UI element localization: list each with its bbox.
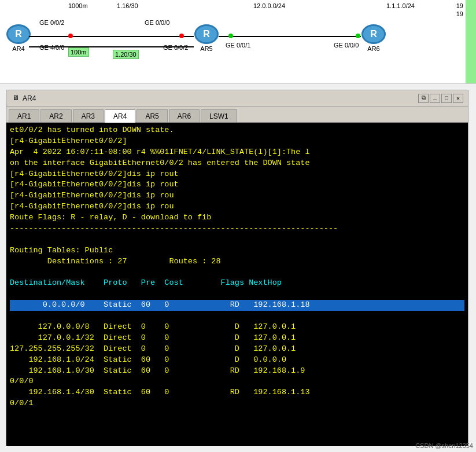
green-box-100m: 100m	[68, 47, 89, 57]
dot-green-1	[228, 34, 233, 38]
router-ar5-icon: R	[194, 24, 219, 44]
dot-green-2	[356, 34, 360, 38]
router-ar4: R AR4	[5, 24, 32, 52]
minimize-button[interactable]: _	[430, 94, 440, 103]
router-ar6-icon: R	[361, 24, 386, 44]
line-4: on the interface GigabitEthernet0/0/2 ha…	[10, 159, 309, 167]
line-route-192-30b-if: 0/0/1	[10, 399, 34, 407]
line-11: Routing Tables: Public	[10, 246, 113, 255]
line-route-default: 0.0.0.0/0 Static 60 0 RD 192.168.1.18	[10, 300, 464, 311]
line-route-127-0: 127.0.0.0/8 Direct 0 0 D 127.0.0.1	[10, 322, 296, 331]
line-ar5-ar6	[219, 36, 361, 37]
line-6: [r4-GigabitEthernet0/0/2]dis ip rout	[10, 180, 179, 189]
network-diagram: 1000m 1.16/30 12.0.0.0/24 1.1.1.0/24 19 …	[0, 0, 476, 84]
line-8: [r4-GigabitEthernet0/0/2]dis ip rou	[10, 202, 174, 211]
line-10: ----------------------------------------…	[10, 224, 338, 233]
terminal-tabs: AR1 AR2 AR3 AR4 AR5 AR6 LSW1	[6, 106, 468, 123]
tab-ar1[interactable]: AR1	[9, 109, 39, 122]
watermark: CSDN @shen12354	[415, 442, 473, 449]
router-ar4-label: AR4	[12, 45, 24, 52]
line-route-192-30b: 192.168.1.4/30 Static 60 0 RD 192.168.1.…	[10, 388, 309, 396]
label-12-network: 12.0.0.0/24	[253, 2, 285, 9]
tab-lsw1[interactable]: LSW1	[201, 109, 237, 122]
router-ar4-icon: R	[6, 24, 31, 44]
label-ge000-ar6: GE 0/0/0	[334, 42, 359, 49]
line-route-192-30a-if: 0/0/0	[10, 377, 34, 385]
label-ge001-ar5: GE 0/0/1	[226, 42, 250, 49]
maximize-button[interactable]: □	[441, 94, 452, 103]
tab-ar5[interactable]: AR5	[136, 109, 167, 122]
close-button[interactable]: ✕	[453, 94, 463, 103]
tab-ar3[interactable]: AR3	[73, 109, 104, 122]
line-route-127-1: 127.0.0.1/32 Direct 0 0 D 127.0.0.1	[10, 333, 296, 342]
titlebar-buttons: ⧉ _ □ ✕	[418, 94, 463, 103]
label-1000m: 1000m	[68, 2, 88, 9]
right-panel	[466, 0, 476, 84]
line-12: Destinations : 27 Routes : 28	[10, 257, 221, 266]
green-box-120-30: 1.20/30	[113, 50, 139, 59]
line-route-192-30a: 192.168.1.0/30 Static 60 0 RD 192.168.1.…	[10, 366, 305, 375]
line-7: [r4-GigabitEthernet0/0/2]dis ip rou	[10, 191, 174, 200]
terminal-titlebar: 🖥 AR4 ⧉ _ □ ✕	[6, 90, 468, 106]
terminal-content[interactable]: et0/0/2 has turned into DOWN state. [r4-…	[6, 123, 468, 446]
line-9: Route Flags: R - relay, D - download to …	[10, 213, 211, 222]
line-5: [r4-GigabitEthernet0/0/2]dis ip rout	[10, 170, 179, 178]
terminal-icon: 🖥	[11, 94, 20, 103]
label-116-30: 1.16/30	[117, 2, 138, 9]
tab-ar2[interactable]: AR2	[40, 109, 71, 122]
line-1: et0/0/2 has turned into DOWN state.	[10, 126, 174, 134]
label-19b: 19	[456, 10, 463, 17]
line-3: Apr 4 2022 16:07:11-08:00 r4 %%01IFNET/4…	[10, 148, 309, 156]
restore-button[interactable]: ⧉	[418, 94, 429, 103]
label-19: 19	[456, 2, 463, 9]
router-ar6-label: AR6	[367, 45, 379, 52]
line-ar4-ar5-top	[29, 36, 194, 37]
dot-red-2	[179, 34, 184, 38]
label-ge400: GE 4/0/0	[39, 44, 64, 51]
router-ar6: R AR6	[360, 24, 388, 52]
terminal-title: AR4	[23, 94, 416, 102]
label-ge002-ar5: GE 0/0/2	[163, 44, 188, 51]
line-2: [r4-GigabitEthernet0/0/2]	[10, 137, 127, 145]
dot-red-1	[68, 34, 73, 38]
tab-ar4[interactable]: AR4	[105, 109, 135, 123]
router-ar5-label: AR5	[200, 45, 212, 52]
label-ge002-ar4: GE 0/0/2	[39, 19, 64, 26]
line-header: Destination/Mask Proto Pre Cost Flags Ne…	[10, 278, 282, 287]
terminal-window: 🖥 AR4 ⧉ _ □ ✕ AR1 AR2 AR3 AR4 AR5 AR6 LS…	[6, 90, 468, 446]
label-ge000-ar5-left: GE 0/0/0	[145, 19, 169, 26]
label-111-network: 1.1.1.0/24	[386, 2, 415, 9]
router-ar5: R AR5	[193, 24, 220, 52]
line-route-127-255: 127.255.255.255/32 Direct 0 0 D 127.0.0.…	[10, 344, 296, 353]
line-route-192-24: 192.168.1.0/24 Static 60 0 D 0.0.0.0	[10, 355, 286, 364]
tab-ar6[interactable]: AR6	[169, 109, 200, 122]
